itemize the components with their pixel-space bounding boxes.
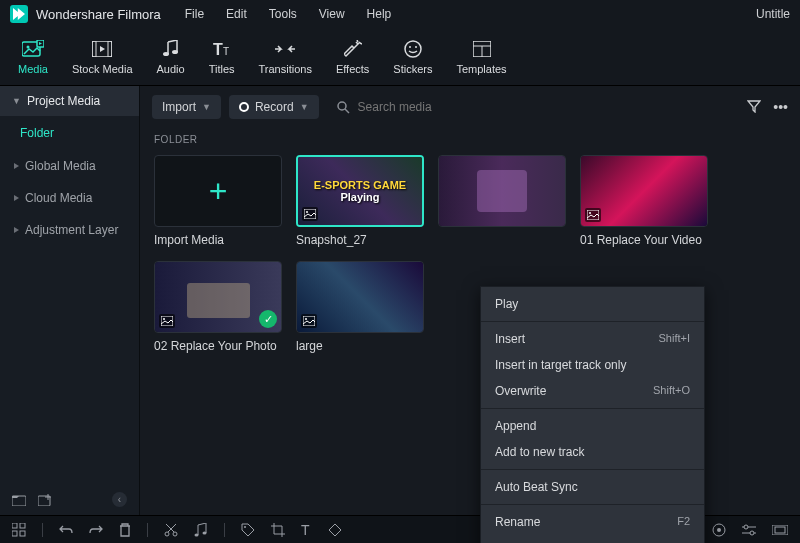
menu-separator: [481, 321, 704, 322]
svg-point-45: [750, 531, 754, 535]
crop-icon[interactable]: [271, 523, 285, 537]
tab-stock-media[interactable]: Stock Media: [72, 34, 133, 79]
svg-point-25: [163, 318, 165, 320]
text-icon[interactable]: T: [301, 523, 313, 537]
menu-file[interactable]: File: [185, 7, 204, 21]
media-card[interactable]: ✓ 02 Replace Your Photo: [154, 261, 282, 353]
transitions-icon: [274, 38, 296, 60]
sidebar-item-label: Global Media: [25, 159, 96, 173]
tab-stickers[interactable]: Stickers: [393, 34, 432, 79]
shortcut-label: Shift+I: [659, 332, 691, 346]
media-card[interactable]: large: [296, 261, 424, 353]
context-menu: PlayInsertShift+IInsert in target track …: [480, 286, 705, 543]
audio-icon[interactable]: [194, 523, 208, 537]
cut-icon[interactable]: [164, 523, 178, 537]
svg-point-6: [163, 52, 169, 56]
menu-separator: [481, 408, 704, 409]
tab-label: Transitions: [259, 63, 312, 75]
sidebar-folder[interactable]: Folder: [0, 116, 139, 150]
import-dropdown[interactable]: Import▼: [152, 95, 221, 119]
record-icon[interactable]: [712, 523, 726, 537]
tab-audio[interactable]: Audio: [157, 34, 185, 79]
context-menu-label: Auto Beat Sync: [495, 480, 578, 494]
search-field[interactable]: [327, 100, 740, 114]
tab-transitions[interactable]: Transitions: [259, 34, 312, 79]
svg-point-35: [203, 531, 207, 534]
chevron-right-icon: [14, 227, 19, 233]
svg-point-34: [195, 533, 199, 536]
context-menu-item[interactable]: InsertShift+I: [481, 326, 704, 352]
chevron-right-icon: [14, 195, 19, 201]
effects-icon: [342, 38, 364, 60]
sidebar-item-adjustment[interactable]: Adjustment Layer: [0, 214, 139, 246]
menu-help[interactable]: Help: [367, 7, 392, 21]
context-menu-label: Append: [495, 419, 536, 433]
svg-line-19: [345, 109, 349, 113]
record-dropdown[interactable]: Record▼: [229, 95, 319, 119]
sidebar-header-label: Project Media: [27, 94, 100, 108]
tab-media[interactable]: Media: [18, 34, 48, 79]
grid-icon[interactable]: [12, 523, 26, 537]
svg-point-44: [744, 525, 748, 529]
check-icon: ✓: [259, 310, 277, 328]
media-card[interactable]: [438, 155, 566, 247]
svg-text:T: T: [301, 523, 310, 537]
context-menu-item[interactable]: Relink Media: [481, 535, 704, 543]
collapse-sidebar[interactable]: ‹: [112, 492, 127, 507]
context-menu-item[interactable]: Play: [481, 291, 704, 317]
tag-icon[interactable]: [241, 523, 255, 537]
shortcut-label: Shift+O: [653, 384, 690, 398]
menu-edit[interactable]: Edit: [226, 7, 247, 21]
tab-titles[interactable]: TT Titles: [209, 34, 235, 79]
menu-view[interactable]: View: [319, 7, 345, 21]
keyframe-icon[interactable]: [329, 524, 341, 536]
tab-label: Stickers: [393, 63, 432, 75]
sidebar-item-cloud[interactable]: Cloud Media: [0, 182, 139, 214]
context-menu-item[interactable]: RenameF2: [481, 509, 704, 535]
svg-rect-31: [20, 531, 25, 536]
context-menu-item[interactable]: Add to new track: [481, 439, 704, 465]
delete-icon[interactable]: [119, 523, 131, 537]
context-menu-item[interactable]: Append: [481, 413, 704, 439]
sidebar-item-global[interactable]: Global Media: [0, 150, 139, 182]
media-card[interactable]: 01 Replace Your Video: [580, 155, 708, 247]
tab-templates[interactable]: Templates: [456, 34, 506, 79]
new-folder-icon[interactable]: [38, 494, 52, 506]
filter-icon[interactable]: [747, 99, 761, 115]
card-caption: 02 Replace Your Photo: [154, 339, 282, 353]
svg-point-41: [717, 528, 721, 532]
stickers-icon: [402, 38, 424, 60]
card-caption: Import Media: [154, 233, 282, 247]
menu-separator: [481, 504, 704, 505]
search-icon: [337, 101, 350, 114]
clip-icon[interactable]: [772, 525, 788, 535]
media-card[interactable]: E-SPORTS GAMEPlaying Snapshot_27: [296, 155, 424, 247]
context-menu-label: Play: [495, 297, 518, 311]
context-menu-item[interactable]: OverwriteShift+O: [481, 378, 704, 404]
image-badge-icon: [159, 314, 175, 328]
chevron-down-icon: ▼: [202, 102, 211, 112]
tab-label: Stock Media: [72, 63, 133, 75]
svg-rect-24: [161, 316, 173, 326]
context-menu-label: Rename: [495, 515, 540, 529]
svg-rect-28: [12, 523, 17, 528]
search-input[interactable]: [358, 100, 730, 114]
settings-icon[interactable]: [742, 524, 756, 536]
sidebar-header[interactable]: ▼ Project Media: [0, 86, 139, 116]
svg-text:T: T: [213, 41, 223, 57]
redo-icon[interactable]: [89, 524, 103, 536]
import-label: Import: [162, 100, 196, 114]
import-media-card[interactable]: + Import Media: [154, 155, 282, 247]
context-menu-item[interactable]: Auto Beat Sync: [481, 474, 704, 500]
svg-point-27: [305, 318, 307, 320]
undo-icon[interactable]: [59, 524, 73, 536]
svg-rect-20: [304, 209, 316, 219]
more-icon[interactable]: •••: [773, 99, 788, 115]
tab-label: Titles: [209, 63, 235, 75]
tab-effects[interactable]: Effects: [336, 34, 369, 79]
menu-tools[interactable]: Tools: [269, 7, 297, 21]
context-menu-item[interactable]: Insert in target track only: [481, 352, 704, 378]
new-bin-icon[interactable]: [12, 494, 26, 506]
content-area: Import▼ Record▼ ••• FOLDER + Import Medi…: [140, 86, 800, 515]
tab-label: Templates: [456, 63, 506, 75]
